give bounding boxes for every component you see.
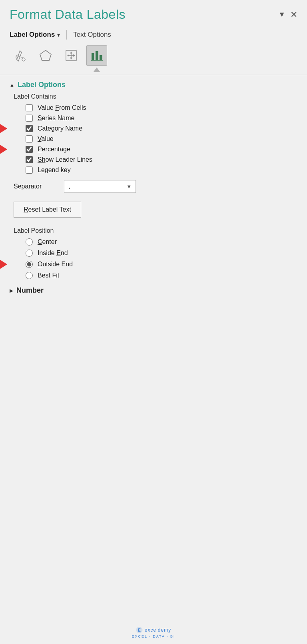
checkbox-row-show-leader-lines: Show Leader Lines (26, 156, 297, 163)
footer-logo-text: exceldemy (145, 627, 171, 633)
section-collapse-triangle[interactable]: ▲ (10, 82, 14, 88)
svg-rect-13 (100, 55, 102, 60)
triangle-indicator-row (0, 66, 307, 72)
radio-row-best-fit: Best Fit (26, 272, 297, 279)
exceldemy-logo-icon: E (136, 626, 143, 634)
tab-text-options[interactable]: Text Options (73, 28, 111, 41)
radio-row-outside-end: Outside End (26, 261, 297, 268)
svg-marker-0 (17, 51, 22, 61)
checkbox-percentage[interactable] (26, 146, 33, 153)
radio-row-inside-end: Inside End (26, 250, 297, 257)
section-title-label-options: Label Options (18, 81, 66, 89)
layout-button[interactable] (61, 45, 82, 66)
svg-marker-9 (67, 54, 69, 57)
format-data-labels-panel: Format Data Labels ▼ ✕ Label Options ▾ T… (0, 0, 307, 644)
checkbox-value-from-cells[interactable] (26, 104, 33, 111)
tab-label-options-text: Label Options (10, 31, 55, 39)
checkbox-value[interactable] (26, 135, 33, 143)
svg-marker-3 (40, 50, 51, 60)
label-outside-end: Outside End (38, 261, 73, 268)
checkbox-category-name[interactable] (26, 125, 33, 132)
footer-logo-sub: EXCEL · DATA · BI (132, 634, 175, 638)
bar-chart-icon (90, 48, 104, 63)
svg-text:E: E (138, 628, 141, 632)
bar-chart-button[interactable] (86, 45, 107, 66)
number-section: ▶ Number (10, 286, 307, 295)
tab-divider (66, 30, 67, 40)
checkbox-row-value: Value (26, 135, 297, 143)
label-position-title: Label Position (14, 227, 297, 234)
paint-bucket-icon (13, 48, 27, 63)
svg-marker-8 (70, 57, 72, 59)
header-dropdown-icon[interactable]: ▼ (278, 10, 285, 19)
svg-rect-12 (96, 51, 98, 60)
separator-section: Separator , ▼ (14, 180, 297, 193)
svg-marker-10 (73, 54, 75, 57)
pentagon-button[interactable] (35, 45, 56, 66)
checkbox-row-series-name: Series Name (26, 115, 297, 122)
label-best-fit: Best Fit (38, 272, 59, 279)
svg-point-1 (22, 58, 25, 61)
checkbox-row-value-from-cells: Value From Cells (26, 104, 297, 111)
label-category-name: Category Name (38, 125, 82, 132)
svg-rect-11 (92, 53, 94, 60)
label-percentage: Percentage (38, 146, 70, 153)
number-expand-triangle[interactable]: ▶ (10, 288, 13, 293)
paint-bucket-button[interactable] (10, 45, 30, 66)
label-inside-end: Inside End (38, 250, 68, 257)
pentagon-icon (38, 48, 53, 63)
icons-row (0, 41, 307, 66)
label-show-leader-lines: Show Leader Lines (38, 156, 92, 163)
panel-header: Format Data Labels ▼ ✕ (0, 0, 307, 27)
number-section-title: Number (16, 286, 44, 295)
tab-label-options[interactable]: Label Options ▾ (10, 28, 60, 41)
panel-title: Format Data Labels (10, 7, 126, 22)
reset-btn-label: Reset Label Text (24, 206, 71, 213)
tabs-row: Label Options ▾ Text Options (0, 27, 307, 41)
separator-dropdown-arrow: ▼ (126, 184, 132, 190)
radio-inside-end[interactable] (26, 250, 33, 257)
checkbox-row-category-name: Category Name (26, 125, 297, 132)
section-header-label-options: ▲ Label Options (10, 81, 297, 89)
checkbox-legend-key[interactable] (26, 166, 33, 174)
separator-dropdown[interactable]: , ▼ (64, 180, 136, 193)
label-series-name: Series Name (38, 115, 74, 122)
reset-label-text-button[interactable]: Reset Label Text (14, 202, 81, 218)
svg-line-2 (18, 56, 24, 58)
label-value-from-cells: Value From Cells (38, 104, 86, 111)
header-controls: ▼ ✕ (278, 10, 297, 20)
close-icon[interactable]: ✕ (290, 10, 297, 20)
radio-outside-end[interactable] (26, 261, 33, 268)
layout-icon (64, 48, 78, 63)
radio-center[interactable] (26, 238, 33, 246)
active-tab-triangle (86, 67, 107, 72)
checkbox-series-name[interactable] (26, 115, 33, 122)
separator-value: , (68, 183, 70, 190)
checkbox-row-percentage: Percentage (26, 146, 297, 153)
separator-label: Separator (14, 183, 58, 190)
svg-marker-7 (70, 52, 72, 54)
label-contains-title: Label Contains (14, 93, 297, 100)
tab-text-options-text: Text Options (73, 31, 111, 38)
label-legend-key: Legend key (38, 166, 71, 174)
radio-row-center: Center (26, 238, 297, 246)
radio-best-fit[interactable] (26, 272, 33, 279)
footer-logo: E exceldemy EXCEL · DATA · BI (132, 626, 175, 638)
checkbox-row-legend-key: Legend key (26, 166, 297, 174)
label-options-section: ▲ Label Options Label Contains Value Fro… (0, 75, 307, 279)
checkbox-show-leader-lines[interactable] (26, 156, 33, 163)
label-center: Center (38, 238, 57, 246)
tab-label-options-chevron: ▾ (57, 32, 60, 38)
label-value: Value (38, 135, 54, 143)
